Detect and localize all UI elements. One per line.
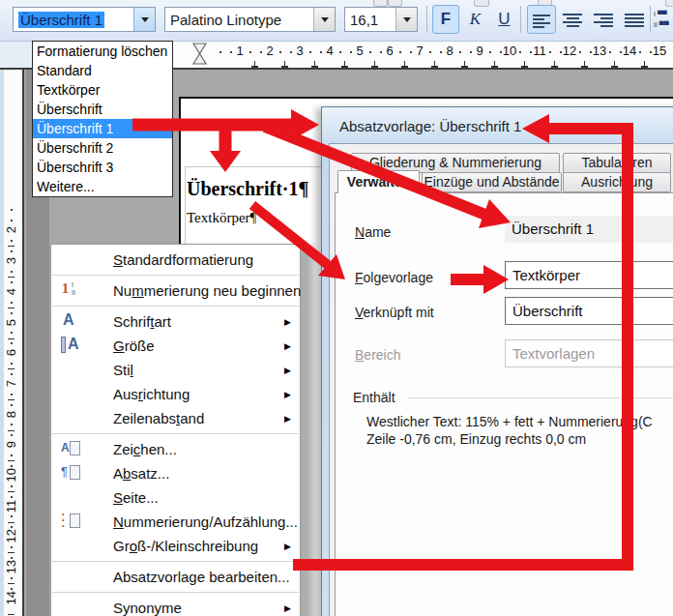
context-menu-item[interactable]: Absatz... bbox=[51, 461, 300, 485]
ruler-number: 1 bbox=[236, 44, 243, 58]
align-left-button[interactable] bbox=[527, 5, 556, 34]
style-dropdown-item[interactable]: Standard bbox=[33, 61, 172, 80]
bold-icon: F bbox=[441, 10, 451, 29]
align-right-button[interactable] bbox=[589, 5, 618, 34]
font-icon bbox=[59, 311, 82, 331]
font-name-combo[interactable]: Palatino Linotype bbox=[164, 7, 336, 32]
context-menu-item[interactable]: Standardformatierung bbox=[51, 248, 300, 272]
contains-line-2: Zeile -0,76 cm, Einzug rechts 0,0 cm bbox=[366, 431, 586, 447]
context-menu-item[interactable]: Zeichen... bbox=[51, 437, 300, 461]
style-dropdown-item[interactable]: Überschrift bbox=[33, 100, 172, 119]
context-menu-item[interactable]: Groß-/Kleinschreibung▶ bbox=[51, 534, 300, 558]
font-combo-dropdown-button[interactable] bbox=[313, 8, 335, 31]
tab-ausrichtung[interactable]: Ausrichtung bbox=[563, 172, 671, 192]
style-dropdown-item[interactable]: Formatierung löschen bbox=[33, 42, 172, 61]
chevron-down-icon bbox=[403, 17, 411, 26]
ruler-number: 13 bbox=[4, 561, 18, 574]
name-label: Name bbox=[355, 224, 391, 240]
context-menu-item[interactable]: Schriftart▶ bbox=[51, 309, 300, 334]
restart-numbering-icon bbox=[59, 280, 82, 300]
toolbar-separator bbox=[426, 6, 427, 33]
groupbox-line bbox=[407, 397, 673, 398]
style-dropdown-item[interactable]: Überschrift 2 bbox=[33, 138, 172, 158]
context-menu-item[interactable]: Seite... bbox=[51, 485, 300, 510]
formatting-toolbar: Überschrift 1 Palatino Linotype 16,1 F K… bbox=[0, 0, 673, 42]
ruler-number: 7 bbox=[416, 44, 423, 58]
menu-separator bbox=[52, 275, 299, 276]
horizontal-ruler: 123456789101112131415 bbox=[172, 41, 673, 70]
ruler-number: 13 bbox=[593, 44, 606, 58]
menu-separator bbox=[52, 561, 299, 562]
document-heading-text[interactable]: Überschrift·1¶ bbox=[187, 178, 308, 200]
underline-button[interactable]: U bbox=[491, 5, 517, 34]
category-field: Textvorlagen bbox=[505, 339, 673, 367]
style-dropdown-item-selected[interactable]: Überschrift 1 bbox=[33, 119, 172, 138]
tab-verwalten[interactable]: Verwalten bbox=[337, 170, 420, 193]
paragraph-style-value: Überschrift 1 bbox=[18, 12, 104, 28]
ruler-number: 9 bbox=[4, 438, 18, 452]
ruler-number: 4 bbox=[4, 284, 18, 298]
bold-button[interactable]: F bbox=[432, 5, 459, 34]
submenu-arrow-icon: ▶ bbox=[284, 317, 291, 327]
numbered-list-icon[interactable] bbox=[654, 9, 669, 30]
style-dropdown-item[interactable]: Weitere... bbox=[33, 177, 172, 196]
ruler-number: 4 bbox=[326, 44, 333, 58]
paragraph-style-combo[interactable]: Überschrift 1 bbox=[13, 7, 156, 32]
ruler-number: 9 bbox=[476, 44, 483, 58]
align-right-icon bbox=[594, 14, 613, 27]
inherit-from-label: Verknüpft mit bbox=[355, 305, 434, 320]
context-menu-item[interactable]: Nummerierung/Aufzählung... bbox=[51, 510, 300, 534]
contains-line-1: Westlicher Text: 115% + fett + Nummerier… bbox=[366, 414, 653, 429]
ruler-number: 6 bbox=[386, 44, 393, 58]
ruler-number: 8 bbox=[4, 407, 18, 421]
context-menu-item[interactable]: Nummerierung neu beginnen bbox=[51, 279, 300, 303]
context-menu-item[interactable]: Ausrichtung▶ bbox=[51, 382, 300, 406]
context-menu-item[interactable]: Synonyme▶ bbox=[51, 596, 300, 616]
submenu-arrow-icon: ▶ bbox=[284, 390, 291, 399]
menu-separator bbox=[52, 592, 299, 593]
context-menu-item[interactable]: Stil▶ bbox=[51, 358, 300, 382]
italic-button[interactable]: K bbox=[462, 5, 488, 34]
paragraph-style-dialog: Absatzvorlage: Überschrift 1 Gliederung … bbox=[321, 106, 673, 616]
menu-item-label: Absatz... bbox=[113, 465, 169, 482]
align-center-icon bbox=[563, 14, 582, 27]
indent-marker-icon[interactable] bbox=[192, 43, 208, 66]
chevron-down-icon bbox=[321, 17, 329, 26]
ruler-number: 2 bbox=[4, 223, 18, 237]
font-size-combo[interactable]: 16,1 bbox=[344, 7, 418, 32]
ruler-number: 12 bbox=[563, 44, 576, 58]
align-justify-button[interactable] bbox=[620, 5, 649, 34]
tab-tabulatoren[interactable]: Tabulatoren bbox=[563, 153, 671, 173]
character-icon bbox=[59, 439, 82, 458]
document-body-text[interactable]: Textkörper¶ bbox=[187, 210, 256, 226]
menu-separator bbox=[52, 433, 299, 434]
dialog-client-area: Gliederung & Nummerierung Tabulatoren Ve… bbox=[329, 143, 673, 616]
context-menu-item-edit-paragraph-style[interactable]: Absatzvorlage bearbeiten... bbox=[51, 565, 300, 589]
align-center-button[interactable] bbox=[558, 5, 587, 34]
inherit-from-field[interactable]: Überschrift bbox=[505, 297, 673, 325]
menu-item-label: Synonyme bbox=[113, 600, 182, 616]
context-menu-item[interactable]: Größe▶ bbox=[51, 334, 300, 358]
style-combo-dropdown-button[interactable] bbox=[133, 8, 155, 31]
window-fragment bbox=[665, 0, 673, 7]
dialog-title[interactable]: Absatzvorlage: Überschrift 1 bbox=[339, 118, 521, 134]
next-style-label: Folgevorlage bbox=[355, 270, 433, 285]
ruler-number: 2 bbox=[266, 44, 273, 58]
menu-item-label: Ausrichtung bbox=[113, 386, 190, 402]
name-field[interactable]: Überschrift 1 bbox=[505, 216, 673, 243]
font-size-icon bbox=[59, 336, 82, 355]
submenu-arrow-icon: ▶ bbox=[284, 603, 291, 613]
style-dropdown-item[interactable]: Überschrift 3 bbox=[33, 158, 172, 177]
size-combo-dropdown-button[interactable] bbox=[395, 8, 417, 31]
ruler-number: 12 bbox=[4, 530, 18, 543]
next-style-field[interactable]: Textkörper bbox=[505, 261, 673, 289]
paragraph-icon bbox=[59, 463, 82, 483]
menu-item-label: Schriftart bbox=[113, 313, 171, 330]
ruler-number: 15 bbox=[653, 44, 666, 58]
menu-item-label: Zeichen... bbox=[113, 441, 177, 457]
bullets-icon bbox=[59, 512, 82, 531]
tab-einzuege-und-abstaende[interactable]: Einzüge und Abstände bbox=[422, 172, 562, 192]
toolbar-separator bbox=[520, 6, 521, 33]
style-dropdown-item[interactable]: Textkörper bbox=[33, 80, 172, 100]
context-menu-item[interactable]: Zeilenabstand▶ bbox=[51, 406, 300, 430]
